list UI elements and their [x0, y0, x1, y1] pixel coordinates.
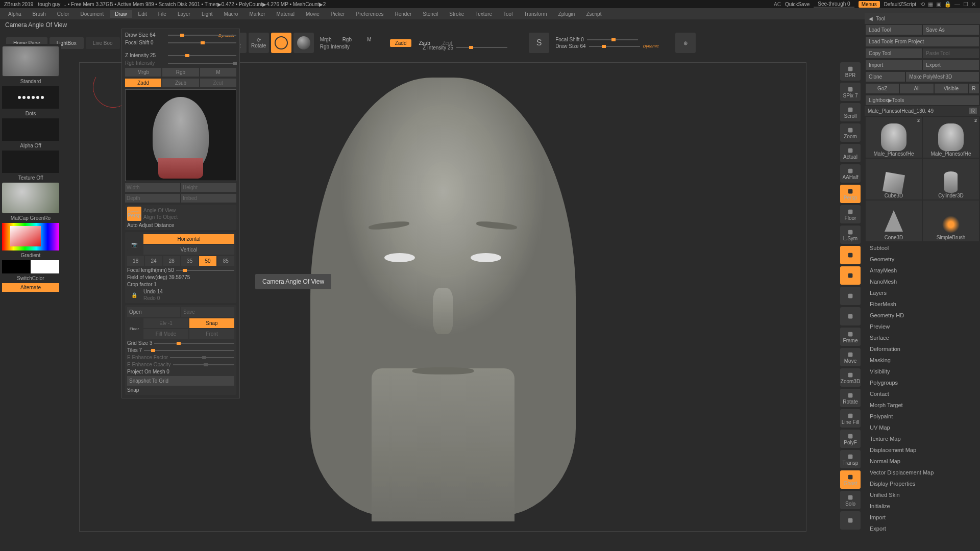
mrgb-btn[interactable]: Mrgb — [125, 68, 161, 77]
alpha-thumbnail[interactable] — [2, 118, 59, 141]
lightbox-tools-btn[interactable]: Lightbox▶Tools — [866, 95, 979, 105]
height-slider[interactable]: Height — [181, 183, 236, 192]
width-slider[interactable]: Width — [125, 183, 180, 192]
z-intensity-slider[interactable]: Z Intensity 25 — [423, 45, 453, 51]
focal-shift-slider[interactable]: Focal Shift 0 — [555, 37, 584, 42]
gizmo-icon[interactable]: ⊕ — [675, 33, 696, 53]
floor-icon[interactable]: Floor — [127, 322, 141, 335]
save-as-btn[interactable]: Save As — [923, 25, 979, 35]
menu-alpha[interactable]: Alpha — [3, 10, 27, 18]
r-btn[interactable]: R — [969, 84, 979, 93]
menu-edit[interactable]: Edit — [133, 10, 152, 18]
menu-macro[interactable]: Macro — [219, 10, 243, 18]
section-surface[interactable]: Surface — [865, 332, 980, 343]
align-label[interactable]: Align To Object — [143, 214, 178, 220]
front-label[interactable]: Front — [189, 329, 234, 339]
menu-stencil[interactable]: Stencil — [418, 10, 443, 18]
load-tool-btn[interactable]: Load Tool — [866, 25, 922, 35]
focal-length[interactable]: Focal length(mm) 50 — [127, 267, 174, 273]
texture-thumbnail[interactable] — [2, 151, 59, 173]
goz-btn[interactable]: GoZ — [866, 84, 899, 93]
rotate-mode-icon[interactable]: ⟳Rotate — [249, 33, 269, 53]
s-icon[interactable]: S — [529, 33, 549, 53]
rstrip-Rotate[interactable]: Rotate — [840, 389, 861, 407]
minimize-icon[interactable]: — — [954, 1, 960, 7]
menu-tool[interactable]: Tool — [498, 10, 518, 18]
fl-24[interactable]: 24 — [145, 256, 162, 266]
fl-50[interactable]: 50 — [199, 256, 216, 266]
crop-factor[interactable]: Crop factor 1 — [127, 282, 157, 287]
section-geometry[interactable]: Geometry — [865, 254, 980, 265]
rstrip-Line Fill[interactable]: Line Fill — [840, 409, 861, 428]
rstrip-10[interactable] — [840, 266, 861, 285]
rgb-btn[interactable]: Rgb — [162, 68, 199, 77]
imbed-slider[interactable]: Imbed — [181, 194, 236, 203]
drawsize-label[interactable]: Draw Size 64 — [125, 32, 166, 38]
fill-label[interactable]: Fill Mode — [143, 329, 188, 339]
save-btn[interactable]: Save — [181, 307, 234, 317]
tool-Cylinder3D[interactable]: Cylinder3D — [923, 159, 979, 199]
lock-icon[interactable]: 🔒 — [944, 1, 951, 8]
make-polymesh-btn[interactable]: Make PolyMesh3D — [906, 72, 979, 82]
section-subtool[interactable]: Subtool — [865, 242, 980, 254]
switch-color-label[interactable]: SwitchColor — [2, 274, 59, 282]
menu-zscript[interactable]: Zscript — [581, 10, 606, 18]
aov-label[interactable]: Angle Of View — [143, 208, 178, 213]
persp-toggle[interactable]: DynamicPersp — [127, 207, 141, 221]
rstrip-Zoom[interactable]: Zoom — [840, 123, 861, 142]
icon-a[interactable]: ⟲ — [920, 1, 925, 8]
section-deformation[interactable]: Deformation — [865, 343, 980, 355]
vertical-btn[interactable]: Vertical — [143, 245, 234, 255]
menu-layer[interactable]: Layer — [173, 10, 195, 18]
draw-size-slider[interactable]: Draw Size 64 — [555, 43, 585, 49]
menu-brush[interactable]: Brush — [28, 10, 51, 18]
focal-label[interactable]: Focal Shift 0 — [125, 40, 166, 45]
draw-mode-icon[interactable] — [271, 33, 291, 53]
clone-btn[interactable]: Clone — [866, 72, 905, 82]
undo-label[interactable]: Undo 14 — [143, 289, 234, 294]
visible-btn[interactable]: Visible — [935, 84, 968, 93]
mrgb-toggle[interactable]: Mrgb — [320, 37, 332, 42]
section-display-properties[interactable]: Display Properties — [865, 478, 980, 489]
rstrip-22[interactable] — [840, 511, 861, 530]
fl-35[interactable]: 35 — [181, 256, 198, 266]
rstrip-Scroll[interactable]: Scroll — [840, 103, 861, 121]
rstrip-L.Sym[interactable]: L.Sym — [840, 226, 861, 244]
maximize-icon[interactable]: ☐ — [963, 1, 968, 8]
section-masking[interactable]: Masking — [865, 355, 980, 366]
tool-SimpleBrush[interactable]: SimpleBrush — [923, 201, 979, 241]
load-from-project-btn[interactable]: Load Tools From Project — [866, 37, 979, 46]
snap-btn[interactable]: Snap — [189, 318, 234, 328]
material-thumbnail[interactable] — [2, 183, 59, 213]
rstrip-Floor[interactable]: Floor — [840, 205, 861, 223]
rstrip-Ghost[interactable]: Ghost — [840, 470, 861, 489]
zsub-btn[interactable]: Zsub — [162, 79, 199, 87]
tool-Male_PlanesofHe[interactable]: 2Male_PlanesofHe — [923, 117, 979, 158]
rgb-intensity-label[interactable]: Rgb Intensity — [320, 44, 350, 49]
rstrip-AAHalf[interactable]: AAHalf — [840, 164, 861, 183]
fov[interactable]: Field of view(deg) 39.59775 — [127, 274, 190, 280]
section-morph-target[interactable]: Morph Target — [865, 399, 980, 411]
menu-material[interactable]: Material — [272, 10, 300, 18]
rstrip-Frame[interactable]: Frame — [840, 328, 861, 346]
rstrip-Actual[interactable]: Actual — [840, 144, 861, 162]
rstrip-Solo[interactable]: Solo — [840, 491, 861, 509]
menu-transform[interactable]: Transform — [519, 10, 552, 18]
section-fibermesh[interactable]: FiberMesh — [865, 298, 980, 310]
zadd-toggle[interactable]: Zadd — [390, 39, 412, 47]
e-enhance-factor[interactable]: E Enhance Factor — [127, 355, 168, 360]
section-export[interactable]: Export — [865, 523, 980, 534]
default-zscript[interactable]: DefaultZScript — [884, 2, 916, 7]
section-geometry-hd[interactable]: Geometry HD — [865, 310, 980, 321]
section-arraymesh[interactable]: ArrayMesh — [865, 265, 980, 276]
tool-header[interactable]: ◀Tool — [865, 13, 980, 24]
menu-render[interactable]: Render — [390, 10, 417, 18]
rstrip-Persp[interactable]: Persp — [840, 185, 861, 203]
section-normal-map[interactable]: Normal Map — [865, 456, 980, 467]
menu-zplugin[interactable]: Zplugin — [553, 10, 580, 18]
open-btn[interactable]: Open — [127, 307, 180, 317]
rgb-toggle[interactable]: Rgb — [342, 37, 352, 42]
sphere-icon[interactable] — [293, 33, 314, 53]
rstrip-Zoom3D[interactable]: Zoom3D — [840, 368, 861, 387]
menu-texture[interactable]: Texture — [470, 10, 497, 18]
